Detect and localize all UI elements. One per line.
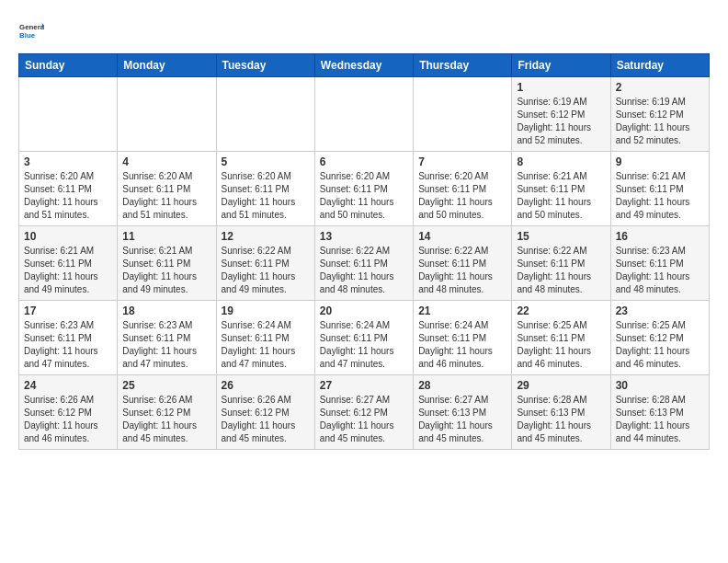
day-cell: 19Sunrise: 6:24 AMSunset: 6:11 PMDayligh…: [216, 301, 314, 375]
day-info: Sunrise: 6:24 AMSunset: 6:11 PMDaylight:…: [222, 320, 296, 369]
day-number: 23: [616, 304, 704, 317]
day-cell: 7Sunrise: 6:20 AMSunset: 6:11 PMDaylight…: [414, 152, 512, 226]
day-number: 10: [24, 230, 112, 243]
day-number: 20: [320, 304, 408, 317]
day-number: 24: [24, 379, 112, 392]
day-info: Sunrise: 6:20 AMSunset: 6:11 PMDaylight:…: [222, 171, 296, 220]
day-info: Sunrise: 6:21 AMSunset: 6:11 PMDaylight:…: [517, 171, 591, 220]
weekday-header-friday: Friday: [512, 54, 610, 77]
day-number: 21: [418, 304, 506, 317]
day-info: Sunrise: 6:24 AMSunset: 6:11 PMDaylight:…: [320, 320, 394, 369]
day-number: 16: [616, 230, 704, 243]
day-info: Sunrise: 6:22 AMSunset: 6:11 PMDaylight:…: [222, 246, 296, 294]
day-cell: 14Sunrise: 6:22 AMSunset: 6:11 PMDayligh…: [414, 226, 512, 301]
weekday-header-thursday: Thursday: [414, 54, 512, 77]
day-number: 27: [320, 379, 408, 392]
day-number: 7: [418, 155, 506, 168]
day-cell: 16Sunrise: 6:23 AMSunset: 6:11 PMDayligh…: [610, 226, 709, 301]
day-info: Sunrise: 6:22 AMSunset: 6:11 PMDaylight:…: [418, 246, 493, 294]
day-cell: 17Sunrise: 6:23 AMSunset: 6:11 PMDayligh…: [19, 301, 118, 375]
week-row-1: 1Sunrise: 6:19 AMSunset: 6:12 PMDaylight…: [19, 77, 710, 152]
day-number: 4: [122, 155, 210, 168]
day-info: Sunrise: 6:22 AMSunset: 6:11 PMDaylight:…: [517, 246, 591, 294]
day-number: 15: [517, 230, 605, 243]
day-cell: 28Sunrise: 6:27 AMSunset: 6:13 PMDayligh…: [414, 375, 512, 450]
day-info: Sunrise: 6:26 AMSunset: 6:12 PMDaylight:…: [222, 395, 296, 443]
page: General Blue SundayMondayTuesdayWednesda…: [0, 0, 728, 459]
day-info: Sunrise: 6:22 AMSunset: 6:11 PMDaylight:…: [320, 246, 394, 294]
day-cell: 3Sunrise: 6:20 AMSunset: 6:11 PMDaylight…: [19, 152, 118, 226]
day-number: 14: [418, 230, 506, 243]
day-cell: 20Sunrise: 6:24 AMSunset: 6:11 PMDayligh…: [314, 301, 413, 375]
day-cell: 15Sunrise: 6:22 AMSunset: 6:11 PMDayligh…: [512, 226, 610, 301]
weekday-header-monday: Monday: [118, 54, 216, 77]
day-info: Sunrise: 6:19 AMSunset: 6:12 PMDaylight:…: [517, 97, 591, 145]
day-info: Sunrise: 6:20 AMSunset: 6:11 PMDaylight:…: [320, 171, 394, 220]
week-row-2: 3Sunrise: 6:20 AMSunset: 6:11 PMDaylight…: [19, 152, 710, 226]
day-info: Sunrise: 6:26 AMSunset: 6:12 PMDaylight:…: [24, 395, 98, 443]
svg-text:General: General: [19, 23, 44, 31]
day-info: Sunrise: 6:19 AMSunset: 6:12 PMDaylight:…: [616, 97, 690, 145]
day-number: 18: [122, 304, 210, 317]
day-number: 6: [320, 155, 408, 168]
day-info: Sunrise: 6:24 AMSunset: 6:11 PMDaylight:…: [418, 320, 493, 369]
day-number: 3: [24, 155, 112, 168]
day-cell: 18Sunrise: 6:23 AMSunset: 6:11 PMDayligh…: [118, 301, 216, 375]
day-cell: 22Sunrise: 6:25 AMSunset: 6:11 PMDayligh…: [512, 301, 610, 375]
day-info: Sunrise: 6:23 AMSunset: 6:11 PMDaylight:…: [122, 320, 197, 369]
day-cell: 6Sunrise: 6:20 AMSunset: 6:11 PMDaylight…: [314, 152, 413, 226]
day-number: 17: [24, 304, 112, 317]
week-row-5: 24Sunrise: 6:26 AMSunset: 6:12 PMDayligh…: [19, 375, 710, 450]
header: General Blue: [18, 15, 710, 48]
day-number: 1: [517, 81, 605, 94]
day-cell: 13Sunrise: 6:22 AMSunset: 6:11 PMDayligh…: [314, 226, 413, 301]
day-cell: 12Sunrise: 6:22 AMSunset: 6:11 PMDayligh…: [216, 226, 314, 301]
day-cell: [414, 77, 512, 152]
day-number: 13: [320, 230, 408, 243]
day-cell: 4Sunrise: 6:20 AMSunset: 6:11 PMDaylight…: [118, 152, 216, 226]
day-info: Sunrise: 6:20 AMSunset: 6:11 PMDaylight:…: [418, 171, 493, 220]
day-cell: 24Sunrise: 6:26 AMSunset: 6:12 PMDayligh…: [19, 375, 118, 450]
day-cell: [118, 77, 216, 152]
week-row-4: 17Sunrise: 6:23 AMSunset: 6:11 PMDayligh…: [19, 301, 710, 375]
day-cell: [314, 77, 413, 152]
day-cell: 23Sunrise: 6:25 AMSunset: 6:12 PMDayligh…: [610, 301, 709, 375]
day-number: 12: [222, 230, 310, 243]
logo: General Blue: [18, 15, 44, 48]
day-cell: 27Sunrise: 6:27 AMSunset: 6:12 PMDayligh…: [314, 375, 413, 450]
day-number: 25: [122, 379, 210, 392]
day-number: 29: [517, 379, 605, 392]
day-number: 28: [418, 379, 506, 392]
day-cell: 30Sunrise: 6:28 AMSunset: 6:13 PMDayligh…: [610, 375, 709, 450]
day-cell: 8Sunrise: 6:21 AMSunset: 6:11 PMDaylight…: [512, 152, 610, 226]
day-cell: 5Sunrise: 6:20 AMSunset: 6:11 PMDaylight…: [216, 152, 314, 226]
week-row-3: 10Sunrise: 6:21 AMSunset: 6:11 PMDayligh…: [19, 226, 710, 301]
weekday-header-sunday: Sunday: [19, 54, 118, 77]
day-cell: 21Sunrise: 6:24 AMSunset: 6:11 PMDayligh…: [414, 301, 512, 375]
day-cell: 25Sunrise: 6:26 AMSunset: 6:12 PMDayligh…: [118, 375, 216, 450]
day-cell: 10Sunrise: 6:21 AMSunset: 6:11 PMDayligh…: [19, 226, 118, 301]
weekday-header-row: SundayMondayTuesdayWednesdayThursdayFrid…: [19, 54, 710, 77]
day-cell: [19, 77, 118, 152]
day-number: 19: [222, 304, 310, 317]
svg-text:Blue: Blue: [19, 31, 36, 40]
weekday-header-saturday: Saturday: [610, 54, 709, 77]
day-number: 26: [222, 379, 310, 392]
day-info: Sunrise: 6:25 AMSunset: 6:11 PMDaylight:…: [517, 320, 591, 369]
day-info: Sunrise: 6:28 AMSunset: 6:13 PMDaylight:…: [517, 395, 591, 443]
day-info: Sunrise: 6:27 AMSunset: 6:13 PMDaylight:…: [418, 395, 493, 443]
day-info: Sunrise: 6:20 AMSunset: 6:11 PMDaylight:…: [24, 171, 98, 220]
day-info: Sunrise: 6:23 AMSunset: 6:11 PMDaylight:…: [616, 246, 690, 294]
day-number: 9: [616, 155, 704, 168]
day-cell: 1Sunrise: 6:19 AMSunset: 6:12 PMDaylight…: [512, 77, 610, 152]
day-cell: 26Sunrise: 6:26 AMSunset: 6:12 PMDayligh…: [216, 375, 314, 450]
day-number: 11: [122, 230, 210, 243]
day-number: 2: [616, 81, 704, 94]
day-info: Sunrise: 6:21 AMSunset: 6:11 PMDaylight:…: [24, 246, 98, 294]
calendar-table: SundayMondayTuesdayWednesdayThursdayFrid…: [18, 53, 710, 450]
day-cell: 2Sunrise: 6:19 AMSunset: 6:12 PMDaylight…: [610, 77, 709, 152]
day-info: Sunrise: 6:25 AMSunset: 6:12 PMDaylight:…: [616, 320, 690, 369]
day-number: 5: [222, 155, 310, 168]
day-cell: 29Sunrise: 6:28 AMSunset: 6:13 PMDayligh…: [512, 375, 610, 450]
day-info: Sunrise: 6:21 AMSunset: 6:11 PMDaylight:…: [122, 246, 197, 294]
